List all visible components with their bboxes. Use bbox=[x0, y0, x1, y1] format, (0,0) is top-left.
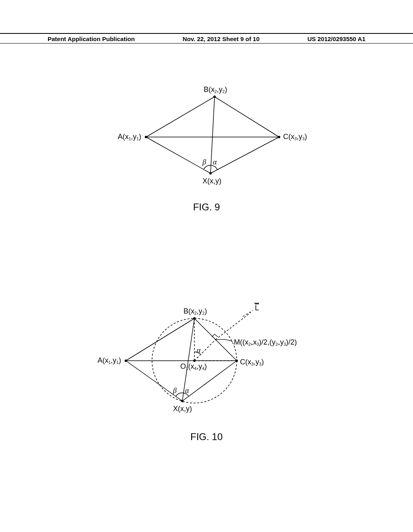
point-X bbox=[209, 172, 212, 175]
point-C bbox=[236, 360, 238, 362]
point-B bbox=[193, 317, 196, 320]
header-left: Patent Application Publication bbox=[48, 35, 135, 42]
figure-9-container: A(x1,y1) B(x2,y2) C(x3,y3) X(x,y) β α FI… bbox=[0, 81, 413, 213]
label-X: X(x,y) bbox=[202, 177, 221, 185]
line-AX bbox=[146, 137, 211, 173]
label-A: A(x1,y1) bbox=[118, 133, 141, 141]
point-O1 bbox=[193, 360, 196, 362]
figure-9-caption: FIG. 9 bbox=[0, 202, 413, 213]
label-alpha-O1: α bbox=[197, 346, 201, 354]
figure-10-container: A(x1,y1) B(x2,y2) C(x3,y3) X(x,y) O1(x4,… bbox=[0, 290, 413, 443]
label-O1: O1(x4,y4) bbox=[180, 362, 207, 371]
label-X: X(x,y) bbox=[173, 405, 192, 413]
line-AB bbox=[126, 318, 194, 361]
figure-10-diagram: A(x1,y1) B(x2,y2) C(x3,y3) X(x,y) O1(x4,… bbox=[73, 290, 340, 427]
leader-M bbox=[215, 339, 233, 342]
line-ML bbox=[215, 312, 251, 340]
label-beta-X: β bbox=[173, 387, 177, 395]
header-center: Nov. 22, 2012 Sheet 9 of 10 bbox=[183, 35, 260, 42]
label-A: A(x1,y1) bbox=[98, 356, 121, 365]
angle-arc-beta-X bbox=[176, 393, 184, 396]
line-BC bbox=[215, 97, 279, 137]
label-C: C(x3,y3) bbox=[283, 133, 307, 141]
line-AB bbox=[146, 97, 215, 137]
label-B: B(x2,y2) bbox=[184, 307, 207, 316]
figure-9-diagram: A(x1,y1) B(x2,y2) C(x3,y3) X(x,y) β α bbox=[94, 81, 319, 197]
point-C bbox=[278, 136, 280, 138]
leader-L bbox=[243, 310, 253, 316]
label-C: C(x3,y3) bbox=[240, 358, 264, 366]
header-right: US 2012/0293550 A1 bbox=[307, 35, 365, 42]
label-beta: β bbox=[202, 158, 206, 166]
page-header: Patent Application Publication Nov. 22, … bbox=[0, 33, 413, 44]
line-CX bbox=[211, 137, 279, 173]
label-M: M((x2+x3)/2,(y2+y3)/2) bbox=[234, 338, 297, 347]
point-A bbox=[145, 136, 147, 138]
line-AX bbox=[126, 361, 182, 401]
label-L: L bbox=[255, 304, 259, 312]
point-A bbox=[125, 360, 127, 362]
point-B bbox=[213, 96, 216, 98]
figure-10-caption: FIG. 10 bbox=[0, 431, 413, 443]
label-B: B(x2,y2) bbox=[204, 85, 227, 94]
point-X bbox=[181, 400, 184, 402]
label-alpha-X: α bbox=[185, 387, 189, 395]
label-alpha: α bbox=[213, 158, 217, 166]
